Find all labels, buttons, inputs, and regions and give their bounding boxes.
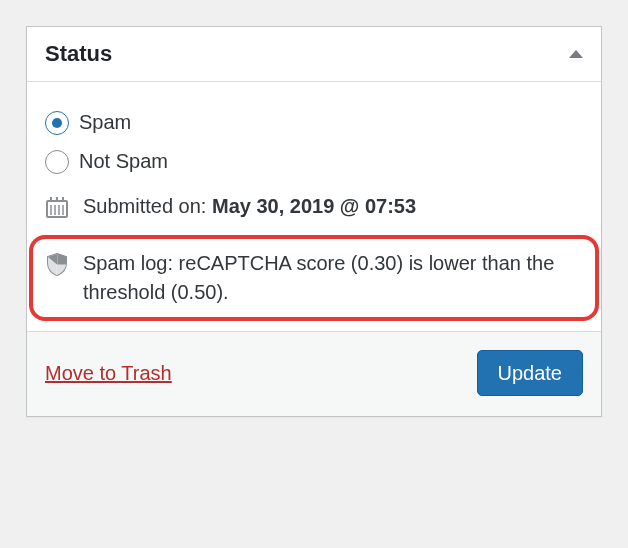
- spam-log-highlight: Spam log: reCAPTCHA score (0.30) is lowe…: [29, 235, 599, 321]
- update-button[interactable]: Update: [477, 350, 584, 396]
- shield-icon: [45, 252, 69, 276]
- move-to-trash-link[interactable]: Move to Trash: [45, 362, 172, 385]
- radio-option-spam[interactable]: Spam: [45, 108, 583, 137]
- submitted-on-label: Submitted on:: [83, 195, 212, 217]
- status-metabox: Status Spam Not Spam: [26, 26, 602, 417]
- svg-rect-0: [47, 201, 67, 217]
- calendar-icon: [45, 195, 69, 219]
- panel-footer: Move to Trash Update: [27, 331, 601, 416]
- radio-icon: [45, 150, 69, 174]
- radio-label-not-spam: Not Spam: [79, 147, 168, 176]
- status-radio-group: Spam Not Spam: [45, 108, 583, 176]
- collapse-icon: [569, 50, 583, 58]
- spam-log-text: Spam log: reCAPTCHA score (0.30) is lowe…: [83, 249, 583, 307]
- radio-label-spam: Spam: [79, 108, 131, 137]
- radio-icon: [45, 111, 69, 135]
- radio-option-not-spam[interactable]: Not Spam: [45, 147, 583, 176]
- submitted-on-row: Submitted on: May 30, 2019 @ 07:53: [45, 192, 583, 221]
- panel-body: Spam Not Spam: [27, 82, 601, 331]
- panel-header-toggle[interactable]: Status: [27, 27, 601, 82]
- spam-log-row: Spam log: reCAPTCHA score (0.30) is lowe…: [45, 249, 583, 307]
- submitted-on-text: Submitted on: May 30, 2019 @ 07:53: [83, 192, 583, 221]
- panel-title: Status: [45, 41, 112, 67]
- submitted-on-value: May 30, 2019 @ 07:53: [212, 195, 416, 217]
